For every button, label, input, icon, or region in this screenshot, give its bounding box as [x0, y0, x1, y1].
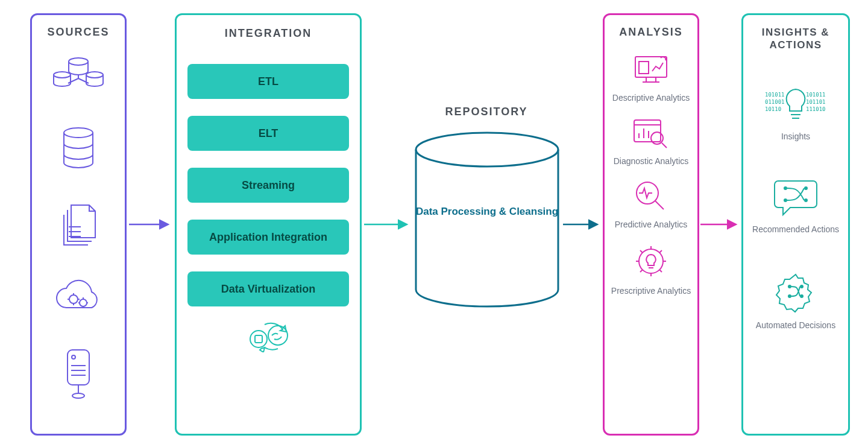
flow-speech-icon: [772, 176, 819, 220]
integration-item-data-virtualization: Data Virtualization: [187, 271, 349, 306]
insights-item-insights: 101011 011001 10110 101011 101101 111010…: [763, 86, 829, 142]
integration-panel: INTEGRATION ETL ELT Streaming Applicatio…: [175, 13, 362, 436]
svg-point-14: [416, 133, 558, 166]
analysis-label: Descriptive Analytics: [612, 93, 690, 103]
repository-cylinder-icon: [413, 132, 561, 308]
svg-text:10110: 10110: [765, 106, 781, 112]
database-icon: [60, 127, 96, 173]
svg-point-5: [80, 299, 87, 306]
analysis-title: ANALYSIS: [608, 26, 694, 39]
cloud-gears-icon: [53, 279, 104, 317]
gear-flow-icon: [774, 270, 817, 316]
insights-panel: INSIGHTS & ACTIONS 101011 011001 10110 1…: [741, 13, 850, 436]
svg-rect-17: [634, 120, 661, 142]
sources-icon-list: [32, 57, 125, 402]
insights-item-automated: Automated Decisions: [756, 270, 835, 331]
transform-cycle-icon: [187, 319, 349, 352]
svg-point-2: [86, 72, 103, 78]
svg-point-34: [788, 294, 791, 298]
arrow-repository-to-analysis: [563, 218, 602, 230]
svg-text:011001: 011001: [765, 99, 785, 105]
diagram-canvas: SOURCES: [0, 0, 868, 444]
svg-point-30: [784, 198, 787, 202]
svg-text:101011: 101011: [806, 92, 826, 98]
svg-text:111010: 111010: [806, 106, 826, 112]
analysis-label: Predictive Analytics: [615, 220, 688, 230]
analysis-items: Descriptive Analytics Diagnostic Analyti…: [608, 53, 694, 296]
svg-point-4: [69, 295, 78, 303]
svg-point-32: [788, 285, 791, 288]
svg-point-35: [800, 294, 804, 298]
documents-icon: [58, 203, 99, 249]
analysis-label: Prescriptive Analytics: [611, 286, 691, 296]
svg-point-7: [72, 355, 75, 359]
integration-title: INTEGRATION: [187, 27, 349, 40]
analysis-item-predictive: Predictive Analytics: [615, 180, 688, 230]
insights-label: Recommended Actions: [752, 224, 839, 235]
analysis-item-descriptive: Descriptive Analytics: [612, 53, 690, 103]
svg-point-1: [54, 72, 71, 78]
integration-item-etl: ETL: [187, 64, 349, 99]
integration-item-app-integration: Application Integration: [187, 220, 349, 255]
insights-label: Insights: [781, 132, 810, 142]
databases-cluster-icon: [51, 57, 105, 97]
dashboard-icon: [632, 53, 670, 89]
svg-point-31: [804, 198, 808, 202]
arrow-integration-to-repository: [364, 218, 411, 230]
svg-point-12: [268, 326, 288, 345]
svg-text:101101: 101101: [806, 99, 826, 105]
integration-item-streaming: Streaming: [187, 168, 349, 203]
svg-rect-6: [68, 350, 89, 385]
insights-title: INSIGHTS & ACTIONS: [748, 26, 843, 52]
sources-title: SOURCES: [32, 26, 125, 39]
svg-text:101011: 101011: [765, 92, 785, 98]
integration-item-elt: ELT: [187, 116, 349, 151]
svg-point-10: [250, 331, 267, 347]
lightbulb-binary-icon: 101011 011001 10110 101011 101101 111010: [763, 86, 829, 127]
svg-rect-11: [255, 335, 262, 343]
insights-item-recommended: Recommended Actions: [752, 176, 839, 235]
analysis-item-diagnostic: Diagnostic Analytics: [614, 116, 689, 166]
insights-label: Automated Decisions: [756, 320, 835, 331]
svg-point-28: [784, 186, 787, 190]
svg-point-33: [800, 285, 804, 288]
pulse-magnify-icon: [634, 180, 668, 216]
gear-lightbulb-icon: [632, 243, 670, 282]
sources-panel: SOURCES: [30, 13, 127, 436]
analysis-item-prescriptive: Prescriptive Analytics: [611, 243, 691, 296]
server-icon: [63, 347, 94, 402]
analysis-label: Diagnostic Analytics: [614, 156, 689, 166]
svg-point-8: [72, 393, 84, 398]
svg-point-3: [64, 128, 93, 138]
svg-point-0: [69, 58, 88, 65]
arrow-sources-to-integration: [129, 218, 172, 230]
repository-label: Data Processing & Cleansing: [413, 205, 561, 219]
insights-items: 101011 011001 10110 101011 101101 111010…: [748, 86, 843, 331]
svg-point-29: [804, 186, 808, 190]
analysis-panel: ANALYSIS Descriptive Analytics Diagnosti…: [603, 13, 699, 436]
integration-items: ETL ELT Streaming Application Integratio…: [187, 64, 349, 306]
chart-magnify-icon: [632, 116, 670, 153]
arrow-analysis-to-insights: [700, 218, 740, 230]
repository-title: REPOSITORY: [408, 106, 565, 118]
